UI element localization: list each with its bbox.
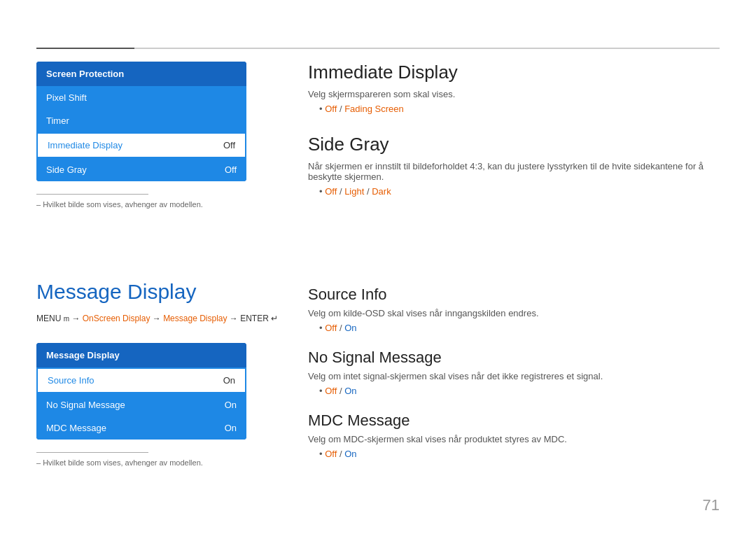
no-signal-desc: Velg om intet signal-skjermen skal vises… bbox=[308, 371, 720, 381]
no-signal-on: On bbox=[344, 386, 356, 396]
source-info-label: Source Info bbox=[48, 375, 94, 386]
message-display-menu: Message Display Source Info On No Signal… bbox=[36, 343, 246, 440]
no-signal-off: Off bbox=[325, 386, 337, 396]
mdc-message-value: On bbox=[225, 423, 237, 433]
side-gray-label: Side Gray bbox=[46, 164, 87, 175]
screen-protection-section: Screen Protection Pixel Shift Timer Imme… bbox=[36, 62, 246, 209]
immediate-display-value: Off bbox=[223, 140, 235, 150]
source-info-off: Off bbox=[325, 323, 337, 333]
no-signal-title: No Signal Message bbox=[308, 349, 720, 367]
source-info-on: On bbox=[344, 323, 356, 333]
screen-protection-menu: Screen Protection Pixel Shift Timer Imme… bbox=[36, 62, 246, 181]
menu-item-source-info[interactable]: Source Info On bbox=[36, 367, 246, 393]
source-info-bullet: Off / On bbox=[319, 323, 720, 333]
pixel-shift-label: Pixel Shift bbox=[46, 92, 87, 103]
screen-protection-header: Screen Protection bbox=[36, 62, 246, 86]
source-info-title: Source Info bbox=[308, 286, 720, 304]
side-gray-value: Off bbox=[225, 164, 237, 175]
menu-item-side-gray[interactable]: Side Gray Off bbox=[36, 158, 246, 181]
mdc-message-bullets: Off / On bbox=[308, 449, 720, 459]
page-number: 71 bbox=[703, 496, 720, 514]
mdc-message-desc: Velg om MDC-skjermen skal vises når prod… bbox=[308, 434, 720, 444]
mdc-message-bullet: Off / On bbox=[319, 449, 720, 459]
screen-protection-divider bbox=[36, 194, 148, 195]
message-display-divider bbox=[36, 452, 148, 453]
immediate-display-off: Off bbox=[325, 104, 337, 114]
immediate-display-label: Immediate Display bbox=[48, 140, 122, 150]
source-info-bullets: Off / On bbox=[308, 323, 720, 333]
immediate-display-bullets: Off / Fading Screen bbox=[308, 104, 720, 114]
immediate-display-bullet: Off / Fading Screen bbox=[319, 104, 720, 114]
timer-label: Timer bbox=[46, 115, 69, 126]
bc-arrow1: → bbox=[71, 314, 80, 323]
bc-message-display: Message Display bbox=[163, 314, 227, 323]
side-gray-dark: Dark bbox=[372, 186, 391, 197]
side-gray-bullet: Off / Light / Dark bbox=[319, 186, 720, 197]
source-info-desc: Velg om kilde-OSD skal vises når inngang… bbox=[308, 308, 720, 318]
right-section-top: Immediate Display Velg skjermspareren so… bbox=[308, 62, 720, 197]
immediate-display-title: Immediate Display bbox=[308, 62, 720, 83]
bc-onscreen: OnScreen Display bbox=[83, 314, 150, 323]
no-signal-label: No Signal Message bbox=[46, 400, 125, 410]
message-display-footnote: – Hvilket bilde som vises, avhenger av m… bbox=[36, 458, 246, 467]
bc-arrow3: → bbox=[230, 314, 238, 323]
mdc-message-label: MDC Message bbox=[46, 423, 106, 433]
mdc-message-on: On bbox=[344, 449, 356, 459]
source-info-value: On bbox=[223, 375, 235, 386]
side-gray-section: Side Gray Når skjermen er innstilt til b… bbox=[308, 134, 720, 197]
no-signal-value: On bbox=[225, 400, 237, 410]
side-gray-title: Side Gray bbox=[308, 134, 720, 155]
message-display-menu-header: Message Display bbox=[36, 343, 246, 367]
source-info-section: Source Info Velg om kilde-OSD skal vises… bbox=[308, 286, 720, 333]
immediate-display-desc: Velg skjermspareren som skal vises. bbox=[308, 89, 720, 99]
mdc-message-title: MDC Message bbox=[308, 412, 720, 430]
menu-item-no-signal[interactable]: No Signal Message On bbox=[36, 393, 246, 416]
side-gray-bullets: Off / Light / Dark bbox=[308, 186, 720, 197]
menu-item-immediate-display[interactable]: Immediate Display Off bbox=[36, 132, 246, 158]
side-gray-desc: Når skjermen er innstilt til bildeforhol… bbox=[308, 161, 720, 182]
screen-protection-footnote: – Hvilket bilde som vises, avhenger av m… bbox=[36, 200, 246, 209]
message-display-menu-section: Message Display Source Info On No Signal… bbox=[36, 343, 246, 467]
bc-enter: ENTER bbox=[240, 314, 269, 323]
mdc-message-section: MDC Message Velg om MDC-skjermen skal vi… bbox=[308, 412, 720, 459]
side-gray-off: Off bbox=[325, 186, 337, 197]
side-gray-light: Light bbox=[344, 186, 364, 197]
menu-item-mdc-message[interactable]: MDC Message On bbox=[36, 416, 246, 440]
bc-menu-icon: m bbox=[64, 315, 69, 323]
bc-arrow2: → bbox=[153, 314, 161, 323]
menu-item-pixel-shift[interactable]: Pixel Shift bbox=[36, 86, 246, 109]
bc-menu: MENU bbox=[36, 314, 61, 323]
mdc-message-off: Off bbox=[325, 449, 337, 459]
top-border bbox=[36, 48, 720, 49]
menu-item-timer[interactable]: Timer bbox=[36, 109, 246, 132]
right-section-bottom: Source Info Velg om kilde-OSD skal vises… bbox=[308, 286, 720, 475]
bc-enter-icon: ↵ bbox=[271, 314, 278, 323]
no-signal-bullet: Off / On bbox=[319, 386, 720, 396]
no-signal-bullets: Off / On bbox=[308, 386, 720, 396]
immediate-display-fading: Fading Screen bbox=[344, 104, 404, 114]
no-signal-section: No Signal Message Velg om intet signal-s… bbox=[308, 349, 720, 396]
